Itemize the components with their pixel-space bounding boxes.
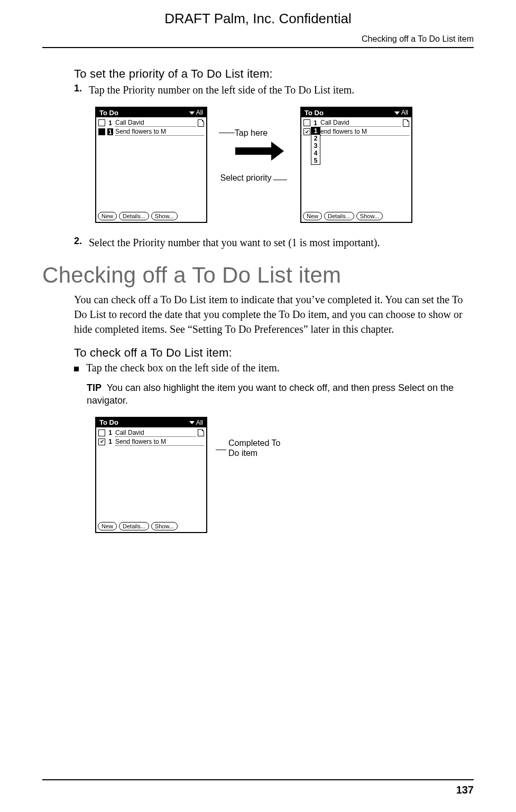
priority-option[interactable]: 4 [311,150,320,157]
priority-number-selected[interactable]: 1 [107,128,113,135]
arrow-icon [235,147,272,155]
callout-completed: Completed To Do item [228,438,281,458]
running-header: Checking off a To Do List item [42,34,474,47]
task-text[interactable]: Call David [115,119,196,127]
step-text: Select the Priority number that you want… [89,236,380,250]
procedure-title-2: To check off a To Do List item: [74,346,474,360]
new-button[interactable]: New [98,212,117,220]
step-number: 1. [74,83,89,97]
tip-text: You can also highlight the item you want… [87,382,454,406]
checkbox[interactable] [98,128,105,135]
category-label: All [196,419,203,426]
bullet-text: Tap the check box on the left side of th… [86,362,280,374]
checkbox-checked[interactable] [98,438,105,445]
priority-option[interactable]: 1 [311,127,320,135]
section-paragraph: You can check off a To Do List item to i… [74,292,474,337]
app-title: To Do [305,109,324,117]
priority-dropdown[interactable]: 1 2 3 4 5 [311,127,320,165]
category-label: All [196,109,203,116]
checkbox[interactable] [98,430,105,436]
callout-tap-here: Tap here [235,128,268,138]
bottom-rule [42,779,474,780]
figure-priority: To Do All 1 Call David 1 Send flowers to… [95,107,474,223]
checkbox[interactable] [303,119,310,126]
palm-screen-after: To Do All 1 Call David 1 end flowers to … [300,107,412,223]
task-text[interactable]: end flowers to M [320,128,409,136]
task-text[interactable]: Send flowers to M [115,128,204,136]
new-button[interactable]: New [303,212,322,220]
show-button[interactable]: Show... [151,522,178,530]
app-title: To Do [99,418,118,426]
priority-number[interactable]: 1 [107,438,113,445]
callout-select-priority: Select priority [220,173,272,183]
step-number: 2. [74,236,89,250]
note-icon[interactable] [198,119,204,127]
checkbox[interactable] [98,119,105,126]
note-icon[interactable] [198,429,204,436]
show-button[interactable]: Show... [151,212,178,220]
task-text[interactable]: Send flowers to M [115,438,204,446]
procedure-title-1: To set the priority of a To Do List item… [74,67,474,81]
priority-number[interactable]: 1 [312,119,318,126]
priority-option[interactable]: 3 [311,142,320,150]
details-button[interactable]: Details... [119,212,149,220]
details-button[interactable]: Details... [324,212,354,220]
priority-number[interactable]: 1 [107,430,113,436]
tip-paragraph: TIP You can also highlight the item you … [87,381,474,407]
priority-number[interactable]: 1 [107,119,113,126]
priority-option[interactable]: 5 [311,157,320,164]
note-icon[interactable] [403,119,409,127]
page-number: 137 [456,784,474,796]
task-text[interactable]: Call David [320,119,401,127]
top-rule [42,47,474,48]
show-button[interactable]: Show... [356,212,383,220]
step-text: Tap the Priority number on the left side… [89,83,354,97]
draft-header: DRAFT Palm, Inc. Confidential [42,11,474,27]
tip-label: TIP [87,382,102,393]
new-button[interactable]: New [98,522,117,530]
palm-screen-completed: To Do All 1 Call David 1 Send flowers to… [95,417,207,533]
bullet-icon [74,367,79,371]
category-label: All [401,109,408,116]
section-heading: Checking off a To Do List item [42,263,474,288]
checkbox-checked[interactable] [303,128,310,135]
details-button[interactable]: Details... [119,522,149,530]
app-title: To Do [99,109,118,117]
figure-checkoff: To Do All 1 Call David 1 Send flowers to… [95,417,474,533]
task-text[interactable]: Call David [115,429,196,437]
palm-screen-before: To Do All 1 Call David 1 Send flowers to… [95,107,207,223]
priority-option[interactable]: 2 [311,135,320,142]
